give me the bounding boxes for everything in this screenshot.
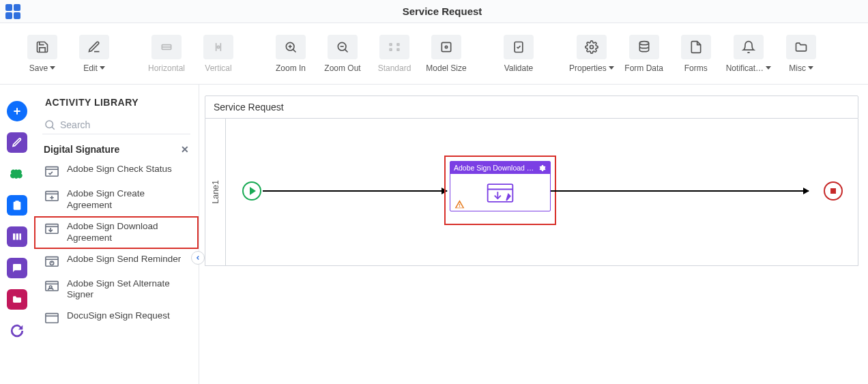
- library-item-docusign-request[interactable]: DocuSign eSign Request: [34, 306, 199, 330]
- bell-icon: [734, 35, 764, 59]
- zoom-in-icon: [276, 35, 306, 59]
- task-node-adobe-download[interactable]: Adobe Sign Download …: [450, 161, 551, 211]
- item-label: Adobe Sign Send Reminder: [67, 254, 181, 265]
- chevron-down-icon: [50, 66, 55, 70]
- chat-icon[interactable]: [7, 258, 27, 278]
- horizontal-label: Horizontal: [148, 63, 185, 73]
- task-node-header: Adobe Sign Download …: [450, 162, 550, 174]
- horizontal-button[interactable]: Horizontal: [145, 35, 188, 73]
- validate-label: Validate: [504, 63, 533, 73]
- svg-point-3: [217, 46, 219, 48]
- zoom-in-button[interactable]: Zoom In: [269, 35, 313, 73]
- brain-icon[interactable]: [7, 164, 27, 184]
- close-icon[interactable]: ✕: [181, 144, 189, 155]
- standard-icon: [379, 35, 409, 59]
- svg-point-15: [590, 45, 593, 48]
- search-icon: [44, 119, 56, 131]
- activity-icon: [44, 254, 60, 269]
- download-activity-icon: [485, 180, 515, 206]
- svg-rect-19: [15, 201, 18, 203]
- forms-button[interactable]: Forms: [674, 35, 718, 73]
- item-label: Adobe Sign Check Status: [67, 164, 172, 175]
- folder-rail-icon[interactable]: [7, 289, 27, 310]
- lane-label-column: Lane1: [205, 119, 226, 265]
- library-item-check-status[interactable]: Adobe Sign Check Status: [34, 159, 199, 183]
- properties-button[interactable]: Properties: [569, 35, 614, 73]
- lane-label: Lane1: [211, 180, 220, 204]
- section-label: Digital Signature: [44, 144, 119, 155]
- item-label: DocuSign eSign Request: [67, 310, 170, 322]
- form-data-button[interactable]: Form Data: [622, 35, 666, 73]
- apps-grid-icon[interactable]: [5, 3, 22, 20]
- edit-icon: [79, 35, 109, 59]
- vertical-button[interactable]: Vertical: [197, 35, 240, 73]
- library-list: Adobe Sign Check Status Adobe Sign Creat…: [34, 159, 199, 330]
- folder-icon: [786, 35, 816, 59]
- chevron-down-icon: [100, 66, 105, 70]
- notifications-button[interactable]: Notificat…: [726, 35, 771, 73]
- svg-rect-44: [488, 184, 513, 202]
- zoom-out-label: Zoom Out: [324, 63, 360, 73]
- library-item-alternate-signer[interactable]: Adobe Sign Set Alternate Signer: [34, 274, 199, 306]
- rail-edit-icon[interactable]: [7, 132, 27, 153]
- task-node-body: [450, 174, 550, 212]
- page-title: Service Request: [22, 5, 863, 17]
- save-label: Save: [29, 63, 48, 73]
- canvas-body[interactable]: Lane1 Adobe Sign Download …: [205, 119, 858, 266]
- start-node[interactable]: [242, 181, 261, 201]
- form-data-label: Form Data: [624, 63, 663, 73]
- model-size-button[interactable]: Model Size: [424, 35, 468, 73]
- validate-icon: [504, 35, 534, 59]
- zoom-out-button[interactable]: Zoom Out: [321, 35, 364, 73]
- columns-icon[interactable]: [7, 226, 27, 247]
- validate-button[interactable]: Validate: [497, 35, 540, 73]
- left-rail: [0, 85, 34, 384]
- library-item-create-agreement[interactable]: Adobe Sign Create Agreement: [34, 183, 199, 216]
- top-header: Service Request: [0, 0, 868, 23]
- svg-point-36: [50, 261, 53, 265]
- save-button[interactable]: Save: [20, 35, 64, 73]
- chevron-left-icon: [194, 254, 201, 261]
- item-label: Adobe Sign Download Agreement: [67, 221, 189, 244]
- model-size-icon: [431, 35, 461, 59]
- save-icon: [27, 35, 57, 59]
- chevron-down-icon: [808, 66, 813, 70]
- misc-button[interactable]: Misc: [779, 35, 823, 73]
- zoom-out-icon: [328, 35, 358, 59]
- library-title: ACTIVITY LIBRARY: [34, 85, 199, 116]
- svg-line-6: [293, 49, 295, 52]
- svg-line-10: [345, 49, 347, 52]
- svg-point-13: [445, 46, 447, 48]
- add-button[interactable]: [7, 101, 27, 121]
- canvas-title: Service Request: [205, 95, 858, 119]
- notifications-label: Notificat…: [726, 63, 764, 73]
- gear-icon[interactable]: [539, 164, 547, 172]
- clipboard-icon[interactable]: [7, 195, 27, 216]
- vertical-label: Vertical: [205, 63, 231, 73]
- svg-rect-31: [46, 224, 58, 233]
- item-label: Adobe Sign Set Alternate Signer: [67, 278, 189, 301]
- svg-rect-21: [16, 233, 18, 239]
- zoom-in-label: Zoom In: [276, 63, 306, 73]
- svg-rect-41: [46, 314, 58, 323]
- edit-button[interactable]: Edit: [72, 35, 116, 73]
- swirl-icon[interactable]: [7, 321, 27, 341]
- library-search[interactable]: [42, 116, 190, 134]
- process-canvas: Service Request Lane1 Adobe Sign Downloa…: [205, 95, 858, 384]
- edge-start-to-task: [263, 190, 447, 192]
- panel-collapse-button[interactable]: [191, 251, 205, 265]
- activity-icon: [44, 164, 60, 179]
- svg-point-16: [639, 41, 648, 44]
- standard-button[interactable]: Standard: [373, 35, 416, 73]
- activity-icon: [44, 278, 60, 293]
- database-icon: [629, 35, 659, 59]
- svg-point-23: [46, 121, 53, 128]
- chevron-down-icon: [609, 66, 614, 70]
- library-item-download-agreement[interactable]: Adobe Sign Download Agreement: [34, 216, 199, 249]
- activity-icon: [44, 221, 60, 236]
- library-item-send-reminder[interactable]: Adobe Sign Send Reminder: [34, 249, 199, 274]
- toolbar: Save Edit Horizontal Vertical Zoom In Zo…: [0, 23, 868, 85]
- end-node[interactable]: [824, 181, 843, 201]
- forms-label: Forms: [684, 63, 708, 73]
- search-input[interactable]: [60, 119, 189, 130]
